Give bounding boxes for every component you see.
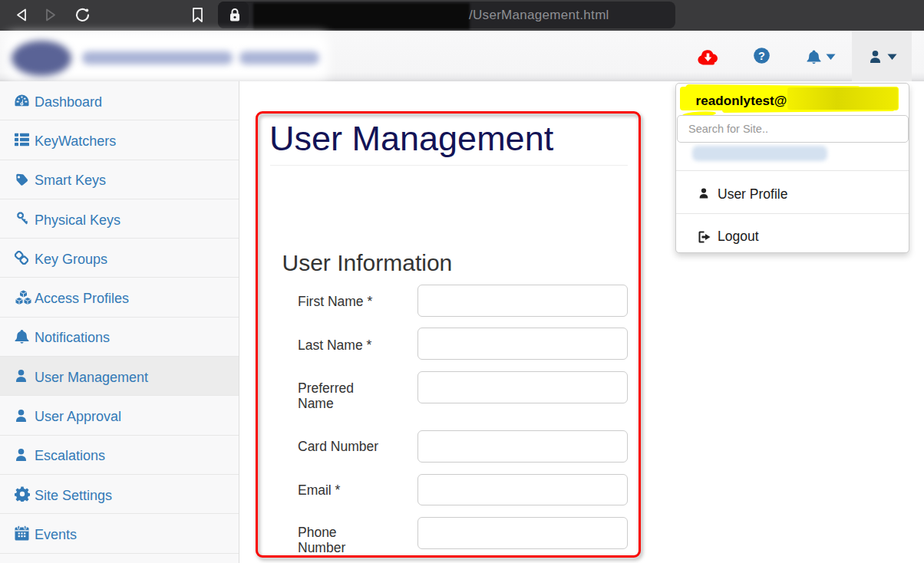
svg-text:?: ? xyxy=(758,50,765,62)
